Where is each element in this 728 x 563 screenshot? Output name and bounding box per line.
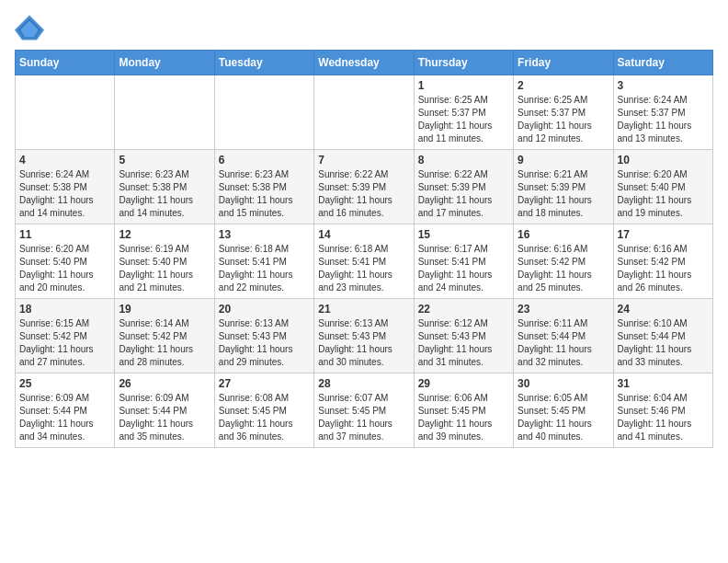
day-info: Sunrise: 6:24 AM Sunset: 5:38 PM Dayligh… xyxy=(19,168,110,220)
calendar-cell: 27Sunrise: 6:08 AM Sunset: 5:45 PM Dayli… xyxy=(214,373,313,448)
day-number: 8 xyxy=(418,154,509,167)
day-info: Sunrise: 6:09 AM Sunset: 5:44 PM Dayligh… xyxy=(119,392,210,443)
calendar-cell xyxy=(314,75,414,150)
week-row-1: 4Sunrise: 6:24 AM Sunset: 5:38 PM Daylig… xyxy=(16,150,713,224)
calendar-cell: 1Sunrise: 6:25 AM Sunset: 5:37 PM Daylig… xyxy=(414,75,513,150)
day-number: 27 xyxy=(219,377,310,390)
calendar-cell xyxy=(115,75,214,150)
calendar-cell xyxy=(214,75,313,150)
calendar-cell: 14Sunrise: 6:18 AM Sunset: 5:41 PM Dayli… xyxy=(314,224,414,299)
day-number: 11 xyxy=(19,228,110,241)
header-cell-monday: Monday xyxy=(115,51,214,75)
day-info: Sunrise: 6:21 AM Sunset: 5:39 PM Dayligh… xyxy=(518,168,609,220)
day-info: Sunrise: 6:05 AM Sunset: 5:45 PM Dayligh… xyxy=(518,392,609,443)
day-number: 19 xyxy=(119,303,210,316)
calendar-cell xyxy=(16,75,115,150)
day-number: 9 xyxy=(518,154,609,167)
logo xyxy=(15,15,48,40)
day-number: 15 xyxy=(418,228,509,241)
day-number: 21 xyxy=(318,303,409,316)
day-info: Sunrise: 6:24 AM Sunset: 5:37 PM Dayligh… xyxy=(618,94,709,145)
calendar-cell: 10Sunrise: 6:20 AM Sunset: 5:40 PM Dayli… xyxy=(613,150,712,224)
day-number: 10 xyxy=(618,154,709,167)
header-cell-friday: Friday xyxy=(514,51,613,75)
day-number: 18 xyxy=(19,303,110,316)
logo-icon xyxy=(15,15,44,40)
day-number: 1 xyxy=(418,79,509,92)
calendar-cell: 6Sunrise: 6:23 AM Sunset: 5:38 PM Daylig… xyxy=(214,150,313,224)
day-info: Sunrise: 6:20 AM Sunset: 5:40 PM Dayligh… xyxy=(618,168,709,220)
day-number: 17 xyxy=(618,228,709,241)
day-info: Sunrise: 6:15 AM Sunset: 5:42 PM Dayligh… xyxy=(19,317,110,369)
day-info: Sunrise: 6:11 AM Sunset: 5:44 PM Dayligh… xyxy=(518,317,609,369)
day-number: 31 xyxy=(618,377,709,390)
calendar-table: SundayMondayTuesdayWednesdayThursdayFrid… xyxy=(15,50,713,448)
calendar-cell: 8Sunrise: 6:22 AM Sunset: 5:39 PM Daylig… xyxy=(414,150,513,224)
week-row-3: 18Sunrise: 6:15 AM Sunset: 5:42 PM Dayli… xyxy=(16,299,713,373)
day-info: Sunrise: 6:25 AM Sunset: 5:37 PM Dayligh… xyxy=(518,94,609,145)
day-number: 6 xyxy=(219,154,310,167)
calendar-cell: 16Sunrise: 6:16 AM Sunset: 5:42 PM Dayli… xyxy=(514,224,613,299)
header-cell-wednesday: Wednesday xyxy=(314,51,414,75)
day-info: Sunrise: 6:25 AM Sunset: 5:37 PM Dayligh… xyxy=(418,94,509,145)
day-info: Sunrise: 6:07 AM Sunset: 5:45 PM Dayligh… xyxy=(318,392,409,443)
day-info: Sunrise: 6:04 AM Sunset: 5:46 PM Dayligh… xyxy=(618,392,709,443)
calendar-cell: 5Sunrise: 6:23 AM Sunset: 5:38 PM Daylig… xyxy=(115,150,214,224)
week-row-2: 11Sunrise: 6:20 AM Sunset: 5:40 PM Dayli… xyxy=(16,224,713,299)
calendar-cell: 24Sunrise: 6:10 AM Sunset: 5:44 PM Dayli… xyxy=(613,299,712,373)
day-info: Sunrise: 6:13 AM Sunset: 5:43 PM Dayligh… xyxy=(318,317,409,369)
day-number: 14 xyxy=(318,228,409,241)
day-number: 30 xyxy=(518,377,609,390)
day-info: Sunrise: 6:23 AM Sunset: 5:38 PM Dayligh… xyxy=(219,168,310,220)
day-info: Sunrise: 6:18 AM Sunset: 5:41 PM Dayligh… xyxy=(318,243,409,294)
week-row-4: 25Sunrise: 6:09 AM Sunset: 5:44 PM Dayli… xyxy=(16,373,713,448)
calendar-cell: 13Sunrise: 6:18 AM Sunset: 5:41 PM Dayli… xyxy=(214,224,313,299)
day-number: 22 xyxy=(418,303,509,316)
calendar-cell: 22Sunrise: 6:12 AM Sunset: 5:43 PM Dayli… xyxy=(414,299,513,373)
day-info: Sunrise: 6:14 AM Sunset: 5:42 PM Dayligh… xyxy=(119,317,210,369)
calendar-cell: 29Sunrise: 6:06 AM Sunset: 5:45 PM Dayli… xyxy=(414,373,513,448)
day-number: 29 xyxy=(418,377,509,390)
calendar-cell: 26Sunrise: 6:09 AM Sunset: 5:44 PM Dayli… xyxy=(115,373,214,448)
day-info: Sunrise: 6:16 AM Sunset: 5:42 PM Dayligh… xyxy=(618,243,709,294)
calendar-cell: 18Sunrise: 6:15 AM Sunset: 5:42 PM Dayli… xyxy=(16,299,115,373)
day-number: 12 xyxy=(119,228,210,241)
day-number: 20 xyxy=(219,303,310,316)
day-number: 28 xyxy=(318,377,409,390)
calendar-body: 1Sunrise: 6:25 AM Sunset: 5:37 PM Daylig… xyxy=(16,75,713,448)
header-cell-saturday: Saturday xyxy=(613,51,712,75)
calendar-cell: 4Sunrise: 6:24 AM Sunset: 5:38 PM Daylig… xyxy=(16,150,115,224)
header-row: SundayMondayTuesdayWednesdayThursdayFrid… xyxy=(16,51,713,75)
calendar-cell: 21Sunrise: 6:13 AM Sunset: 5:43 PM Dayli… xyxy=(314,299,414,373)
day-number: 13 xyxy=(219,228,310,241)
day-info: Sunrise: 6:18 AM Sunset: 5:41 PM Dayligh… xyxy=(219,243,310,294)
day-number: 3 xyxy=(618,79,709,92)
day-info: Sunrise: 6:09 AM Sunset: 5:44 PM Dayligh… xyxy=(19,392,110,443)
day-info: Sunrise: 6:12 AM Sunset: 5:43 PM Dayligh… xyxy=(418,317,509,369)
day-number: 24 xyxy=(618,303,709,316)
day-info: Sunrise: 6:23 AM Sunset: 5:38 PM Dayligh… xyxy=(119,168,210,220)
day-number: 2 xyxy=(518,79,609,92)
calendar-cell: 17Sunrise: 6:16 AM Sunset: 5:42 PM Dayli… xyxy=(613,224,712,299)
calendar-cell: 7Sunrise: 6:22 AM Sunset: 5:39 PM Daylig… xyxy=(314,150,414,224)
calendar-cell: 19Sunrise: 6:14 AM Sunset: 5:42 PM Dayli… xyxy=(115,299,214,373)
calendar-cell: 2Sunrise: 6:25 AM Sunset: 5:37 PM Daylig… xyxy=(514,75,613,150)
header-cell-thursday: Thursday xyxy=(414,51,513,75)
day-info: Sunrise: 6:13 AM Sunset: 5:43 PM Dayligh… xyxy=(219,317,310,369)
calendar-cell: 9Sunrise: 6:21 AM Sunset: 5:39 PM Daylig… xyxy=(514,150,613,224)
calendar-cell: 15Sunrise: 6:17 AM Sunset: 5:41 PM Dayli… xyxy=(414,224,513,299)
day-info: Sunrise: 6:22 AM Sunset: 5:39 PM Dayligh… xyxy=(418,168,509,220)
week-row-0: 1Sunrise: 6:25 AM Sunset: 5:37 PM Daylig… xyxy=(16,75,713,150)
header xyxy=(15,15,713,40)
day-number: 5 xyxy=(119,154,210,167)
day-info: Sunrise: 6:10 AM Sunset: 5:44 PM Dayligh… xyxy=(618,317,709,369)
day-number: 7 xyxy=(318,154,409,167)
day-number: 4 xyxy=(19,154,110,167)
calendar-cell: 3Sunrise: 6:24 AM Sunset: 5:37 PM Daylig… xyxy=(613,75,712,150)
calendar-cell: 11Sunrise: 6:20 AM Sunset: 5:40 PM Dayli… xyxy=(16,224,115,299)
calendar-cell: 28Sunrise: 6:07 AM Sunset: 5:45 PM Dayli… xyxy=(314,373,414,448)
day-number: 23 xyxy=(518,303,609,316)
calendar-header: SundayMondayTuesdayWednesdayThursdayFrid… xyxy=(16,51,713,75)
header-cell-tuesday: Tuesday xyxy=(214,51,313,75)
calendar-cell: 23Sunrise: 6:11 AM Sunset: 5:44 PM Dayli… xyxy=(514,299,613,373)
